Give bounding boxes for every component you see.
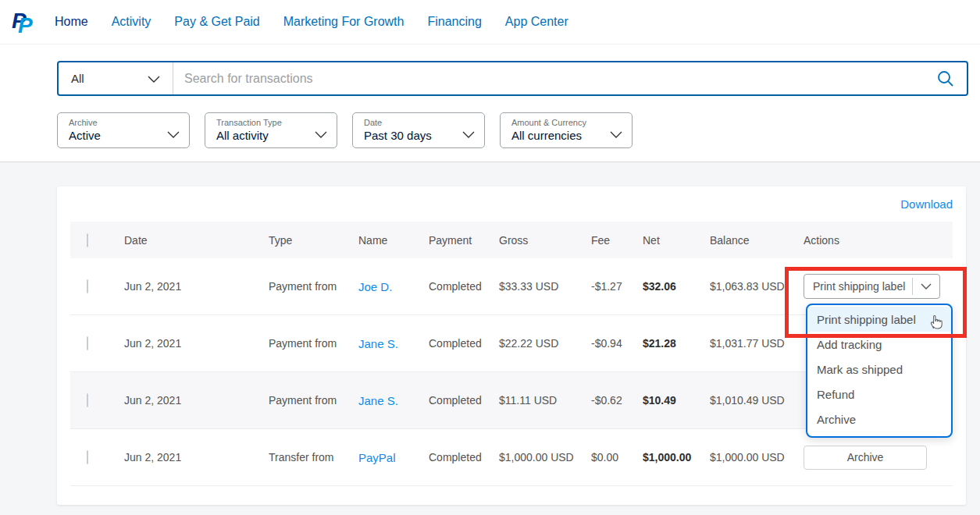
cell-type: Transfer from	[258, 451, 347, 464]
menu-item-add-tracking[interactable]: Add tracking	[807, 332, 951, 357]
cell-net: $10.49	[632, 394, 699, 407]
paypal-logo-icon[interactable]: P P	[11, 6, 36, 37]
filter-label: Archive	[69, 118, 166, 127]
filter-value: All activity	[216, 129, 313, 142]
cell-payment-status: Completed	[418, 280, 488, 293]
search-input[interactable]	[173, 72, 925, 86]
search-scope-value: All	[71, 72, 84, 85]
archive-button[interactable]: Archive	[804, 446, 927, 470]
cell-type: Payment from	[258, 280, 347, 293]
filter-transaction-type[interactable]: Transaction Type All activity	[205, 112, 337, 148]
column-header-date: Date	[113, 234, 258, 247]
download-link[interactable]: Download	[900, 197, 953, 211]
column-header-net: Net	[632, 234, 699, 247]
menu-item-mark-as-shipped[interactable]: Mark as shipped	[807, 357, 951, 382]
cell-date: Jun 2, 2021	[113, 337, 258, 350]
filter-date[interactable]: Date Past 30 days	[352, 112, 485, 148]
nav-item-activity[interactable]: Activity	[112, 15, 151, 29]
column-header-fee: Fee	[580, 234, 632, 247]
cell-date: Jun 2, 2021	[113, 394, 258, 407]
menu-item-archive[interactable]: Archive	[807, 407, 951, 432]
cell-payment-status: Completed	[418, 394, 488, 407]
download-row: Download	[70, 186, 953, 222]
cell-fee: -$0.94	[580, 337, 632, 350]
cell-gross: $11.11 USD	[488, 394, 580, 407]
cell-gross: $22.22 USD	[488, 337, 580, 350]
name-link[interactable]: Joe D.	[358, 280, 392, 293]
nav-items: Home Activity Pay & Get Paid Marketing F…	[55, 15, 568, 29]
cell-net: $1,000.00	[632, 451, 699, 464]
nav-item-app-center[interactable]: App Center	[505, 15, 568, 29]
cell-fee: $0.00	[580, 451, 632, 464]
column-header-actions: Actions	[793, 234, 953, 247]
filter-value: Past 30 days	[364, 129, 461, 142]
name-link[interactable]: Jane S.	[358, 337, 398, 350]
search-scope-dropdown[interactable]: All	[59, 62, 173, 94]
cell-net: $32.06	[632, 280, 699, 293]
nav-item-financing[interactable]: Financing	[427, 15, 481, 29]
cell-date: Jun 2, 2021	[113, 280, 258, 293]
chevron-down-icon[interactable]	[913, 283, 939, 289]
filter-amount-currency[interactable]: Amount & Currency All currencies	[500, 112, 633, 148]
cell-type: Payment from	[258, 394, 347, 407]
filter-archive[interactable]: Archive Active	[57, 112, 190, 148]
row-checkbox[interactable]	[87, 393, 88, 407]
cell-balance: $1,031.77 USD	[699, 337, 793, 350]
cell-fee: -$1.27	[580, 280, 632, 293]
column-header-name: Name	[347, 234, 418, 247]
column-header-type: Type	[258, 234, 347, 247]
row-checkbox[interactable]	[87, 336, 88, 350]
cell-date: Jun 2, 2021	[113, 451, 258, 464]
hand-cursor-icon	[926, 313, 943, 333]
chevron-down-icon	[148, 72, 160, 86]
cell-type: Payment from	[258, 337, 347, 350]
search-bar: All	[57, 61, 968, 96]
cell-gross: $33.33 USD	[488, 280, 580, 293]
name-link[interactable]: Jane S.	[358, 394, 398, 407]
cell-balance: $1,000.00 USD	[699, 451, 793, 464]
filters-row: Archive Active Transaction Type All acti…	[0, 96, 980, 162]
top-nav: P P Home Activity Pay & Get Paid Marketi…	[0, 0, 980, 44]
menu-item-refund[interactable]: Refund	[807, 382, 951, 407]
print-shipping-label-split-button[interactable]: Print shipping label	[804, 274, 940, 299]
cell-balance: $1,063.83 USD	[699, 280, 793, 293]
table-header-row: Date Type Name Payment Gross Fee Net Bal…	[70, 222, 953, 258]
search-section: All	[0, 44, 980, 96]
cell-net: $21.28	[632, 337, 699, 350]
filter-value: All currencies	[511, 129, 608, 142]
filter-label: Amount & Currency	[511, 118, 608, 127]
svg-text:P: P	[18, 13, 33, 37]
action-button-label: Print shipping label	[804, 280, 912, 293]
paypal-transactions-page: P P Home Activity Pay & Get Paid Marketi…	[0, 0, 980, 515]
row-checkbox[interactable]	[87, 279, 88, 293]
select-all-checkbox[interactable]	[87, 233, 88, 247]
cell-gross: $1,000.00 USD	[488, 451, 580, 464]
filter-value: Active	[69, 129, 166, 142]
cell-fee: -$0.62	[580, 394, 632, 407]
column-header-payment: Payment	[418, 234, 488, 247]
column-header-balance: Balance	[699, 234, 793, 247]
filter-label: Date	[364, 118, 461, 127]
filter-label: Transaction Type	[216, 118, 313, 127]
cell-payment-status: Completed	[418, 451, 488, 464]
row-checkbox[interactable]	[87, 450, 88, 464]
cell-balance: $1,010.49 USD	[699, 394, 793, 407]
chevron-down-icon	[610, 127, 622, 141]
search-icon[interactable]	[925, 69, 967, 88]
cell-payment-status: Completed	[418, 337, 488, 350]
nav-item-pay-get-paid[interactable]: Pay & Get Paid	[174, 15, 259, 29]
column-header-gross: Gross	[488, 234, 580, 247]
name-link[interactable]: PayPal	[358, 451, 396, 464]
chevron-down-icon	[462, 127, 475, 141]
chevron-down-icon	[167, 127, 180, 141]
nav-item-home[interactable]: Home	[55, 15, 88, 29]
nav-item-marketing-for-growth[interactable]: Marketing For Growth	[283, 15, 404, 29]
chevron-down-icon	[315, 127, 327, 141]
